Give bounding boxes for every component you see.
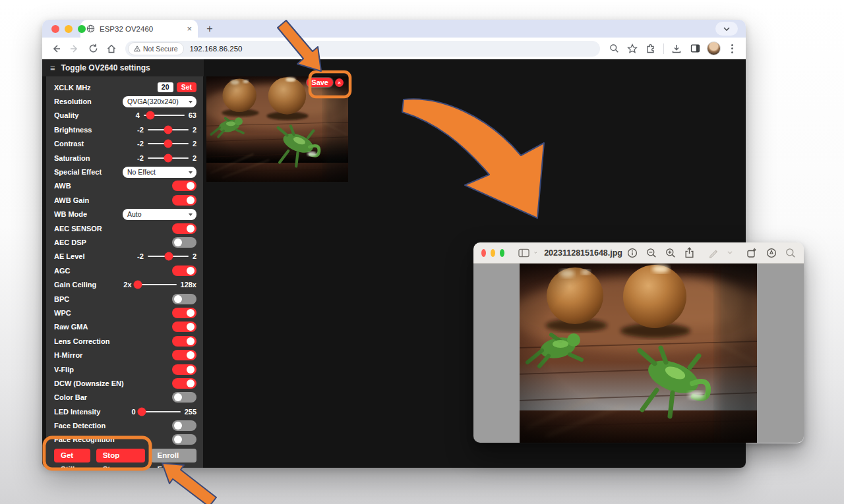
address-bar[interactable]: Not Secure 192.168.86.250 [125,41,600,57]
slider-track[interactable] [148,129,189,130]
browser-menu-button[interactable] [723,40,740,57]
slider-thumb[interactable] [133,281,142,289]
select-wb-mode[interactable]: Auto [123,209,196,220]
slider-thumb[interactable] [146,111,155,120]
preview-sidebar-button[interactable] [518,248,529,258]
zoom-window-button[interactable] [78,25,86,33]
toggle-lens-correction[interactable] [172,336,196,347]
extensions-button[interactable] [642,40,659,57]
slider-track[interactable] [148,256,189,257]
security-label: Not Secure [143,45,178,53]
bookmark-button[interactable] [624,40,641,57]
setting-row-raw-gma: Raw GMA [54,320,196,334]
stream-overlay: Save × [307,78,344,87]
toggle-knob [174,435,182,443]
toggle-color-bar[interactable] [172,392,196,403]
slider-track[interactable] [144,115,185,116]
stop-stream-button[interactable]: Stop Stream [96,449,145,462]
close-window-button[interactable] [51,25,59,33]
select-resolution[interactable]: QVGA(320x240) [123,96,196,107]
toggle-h-mirror[interactable] [172,350,196,360]
slider-track[interactable] [140,411,181,412]
zoom-in-button[interactable] [665,248,676,258]
slider-track[interactable] [136,284,177,285]
reload-button[interactable] [84,40,102,57]
side-panel-button[interactable] [686,40,704,57]
toggle-aec-dsp[interactable] [172,237,196,248]
slider-track[interactable] [148,157,189,159]
toggle-raw-gma[interactable] [172,322,196,332]
save-button[interactable]: Save [307,78,333,87]
setting-row-awb-gain: AWB Gain [54,193,196,207]
sidebar-chevron-icon[interactable] [534,251,537,254]
tab-search-button[interactable] [715,22,738,36]
action-buttons: Get StillStop StreamEnroll Face [54,449,196,462]
setting-row-ae-level: AE Level-22 [54,250,196,264]
settings-header[interactable]: ≡ Toggle OV2640 settings [42,59,204,76]
get-still-button[interactable]: Get Still [54,449,90,462]
info-icon [627,248,638,258]
markup-button[interactable] [708,248,719,258]
downloads-button[interactable] [668,40,685,57]
home-button[interactable] [103,40,120,57]
setting-label: Brightness [54,126,92,134]
settings-list: XCLK MHz20SetResolutionQVGA(320x240)Qual… [54,80,196,447]
highlight-button[interactable] [766,248,777,258]
share-icon [684,247,694,258]
preview-minimize-button[interactable] [491,249,495,257]
setting-label: Face Recognition [54,435,115,443]
markup-chevron-icon[interactable] [727,251,733,254]
toggle-v-flip[interactable] [172,364,196,375]
toggle-aec-sensor[interactable] [172,223,196,234]
search-icon [785,248,796,258]
toggle-bpc[interactable] [172,294,196,304]
advanced-settings-link[interactable]: Advanced Settings [54,466,196,468]
share-button[interactable] [684,247,694,258]
preview-window: 20231128151648.jpg [473,242,804,443]
preview-close-button[interactable] [481,249,486,257]
stream-close-button[interactable]: × [335,78,344,87]
slider-quality: 463 [136,111,196,119]
zoom-out-button[interactable] [646,248,657,258]
select-special-effect[interactable]: No Effect [123,167,196,178]
slider-track[interactable] [148,143,189,144]
back-button[interactable] [47,40,65,57]
toggle-agc[interactable] [172,266,196,276]
setting-label: AEC DSP [54,238,86,246]
preview-search-button[interactable] [785,248,796,258]
slider-thumb[interactable] [164,154,172,162]
slider-thumb[interactable] [164,140,172,148]
slider-thumb[interactable] [164,125,172,134]
toggle-awb-gain[interactable] [172,195,196,206]
setting-label: H-Mirror [54,351,82,359]
back-icon [51,43,61,54]
set-button[interactable]: Set [177,82,196,92]
slider-thumb[interactable] [137,407,146,416]
inspector-button[interactable] [627,248,638,258]
tab-close-icon[interactable]: × [187,24,192,33]
new-tab-button[interactable]: + [202,21,218,37]
enroll-face-button[interactable]: Enroll Face [151,449,196,462]
reload-icon [88,43,98,53]
toggle-dcw-downsize-en[interactable] [172,378,196,389]
setting-row-brightness: Brightness-22 [54,123,196,136]
forward-button[interactable] [66,40,83,57]
toggle-face-recognition[interactable] [172,434,196,445]
minimize-window-button[interactable] [65,25,73,33]
rotate-button[interactable] [746,248,758,258]
slider-thumb[interactable] [165,252,173,261]
setting-label: LED Intensity [54,408,100,416]
rotate-icon [746,248,758,258]
security-chip[interactable]: Not Secure [128,42,184,55]
xclk-input[interactable]: 20 [158,82,173,92]
toggle-wpc[interactable] [172,308,196,318]
preview-zoom-button[interactable] [500,249,504,257]
toggle-awb[interactable] [172,181,196,191]
tab-esp32[interactable]: ESP32 OV2460 × [80,20,198,38]
zoom-page-button[interactable] [605,40,622,57]
toggle-face-detection[interactable] [172,420,196,431]
preview-titlebar[interactable]: 20231128151648.jpg [473,242,804,264]
setting-label: AWB Gain [54,196,89,204]
arrow-to-buttons-icon [162,463,216,504]
profile-button[interactable] [705,40,722,57]
